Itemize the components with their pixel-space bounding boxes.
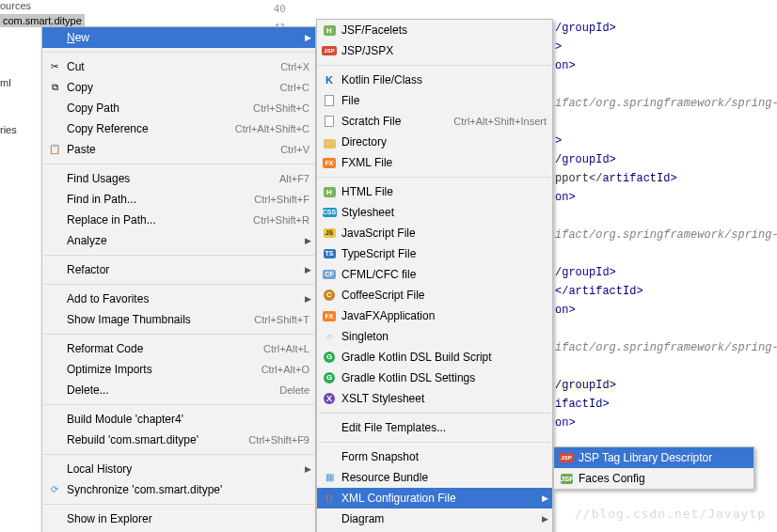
menu-copy-reference[interactable]: Copy ReferenceCtrl+Alt+Shift+C bbox=[42, 118, 315, 139]
ts-file-icon: TS bbox=[322, 246, 337, 261]
menu-synchronize[interactable]: ⟳Synchronize 'com.smart.ditype' bbox=[42, 479, 315, 500]
menu-copy-path[interactable]: Copy PathCtrl+Shift+C bbox=[42, 98, 315, 118]
menu-build-module[interactable]: Build Module 'chapter4' bbox=[42, 409, 315, 430]
menu-replace-in-path[interactable]: Replace in Path...Ctrl+Shift+R bbox=[42, 210, 315, 230]
menu-xml-configuration-file[interactable]: ⟨⟩XML Configuration File▶ bbox=[317, 488, 552, 509]
menu-gradle-kotlin-settings[interactable]: GGradle Kotlin DSL Settings bbox=[317, 368, 552, 388]
submenu-arrow-icon: ▶ bbox=[542, 488, 548, 509]
side-text-1: ml bbox=[0, 77, 11, 88]
menu-file[interactable]: File bbox=[317, 90, 552, 111]
menu-kotlin-file[interactable]: KKotlin File/Class bbox=[317, 70, 552, 90]
javafx-icon: FX bbox=[322, 308, 337, 323]
xslt-icon: X bbox=[322, 391, 337, 406]
menu-directory[interactable]: Directory bbox=[317, 132, 552, 152]
menu-coffeescript-file[interactable]: CCoffeeScript File bbox=[317, 285, 552, 305]
context-menu[interactable]: New▶ ✂CutCtrl+X ⧉CopyCtrl+C Copy PathCtr… bbox=[41, 26, 316, 532]
menu-resource-bundle[interactable]: ▦Resource Bundle bbox=[317, 467, 552, 488]
submenu-arrow-icon: ▶ bbox=[305, 289, 311, 309]
menu-add-favorites[interactable]: Add to Favorites▶ bbox=[42, 289, 315, 309]
gutter-line-40: 40 bbox=[263, 0, 286, 19]
menu-refactor[interactable]: Refactor▶ bbox=[42, 259, 315, 280]
menu-paste[interactable]: 📋PasteCtrl+V bbox=[42, 139, 315, 160]
menu-html-file[interactable]: HHTML File bbox=[317, 181, 552, 202]
menu-jsp[interactable]: JSPJSP/JSPX bbox=[317, 40, 552, 61]
menu-singleton[interactable]: ○Singleton bbox=[317, 326, 552, 347]
menu-form-snapshot[interactable]: Form Snapshot bbox=[317, 446, 552, 467]
menu-typescript-file[interactable]: TSTypeScript File bbox=[317, 243, 552, 264]
editor-code-background: /groupId> > on> ifact/org.springframewor… bbox=[555, 0, 777, 432]
submenu-arrow-icon: ▶ bbox=[305, 230, 311, 251]
copy-icon: ⧉ bbox=[47, 80, 62, 95]
submenu-xml-config[interactable]: JSPJSP Tag Library Descriptor JSFFaces C… bbox=[553, 446, 754, 490]
cfml-file-icon: CF bbox=[322, 267, 337, 282]
jsp-file-icon: JSP bbox=[559, 450, 574, 465]
folder-icon bbox=[322, 134, 337, 149]
menu-delete[interactable]: Delete...Delete bbox=[42, 380, 315, 400]
menu-optimize-imports[interactable]: Optimize ImportsCtrl+Alt+O bbox=[42, 359, 315, 380]
sync-icon: ⟳ bbox=[47, 482, 62, 497]
submenu-arrow-icon: ▶ bbox=[542, 509, 548, 529]
jsp-file-icon: JSP bbox=[322, 43, 337, 58]
menu-new[interactable]: New▶ bbox=[42, 27, 315, 48]
submenu-arrow-icon: ▶ bbox=[305, 459, 311, 479]
cut-icon: ✂ bbox=[47, 59, 62, 74]
gradle-icon: G bbox=[322, 370, 337, 385]
js-file-icon: JS bbox=[322, 226, 337, 241]
menu-javascript-file[interactable]: JSJavaScript File bbox=[317, 223, 552, 243]
menu-cut[interactable]: ✂CutCtrl+X bbox=[42, 56, 315, 77]
submenu-arrow-icon: ▶ bbox=[305, 259, 311, 280]
html-file-icon: H bbox=[322, 184, 337, 199]
menu-javafx-application[interactable]: FXJavaFXApplication bbox=[317, 305, 552, 326]
menu-rebuild[interactable]: Rebuild 'com.smart.ditype'Ctrl+Shift+F9 bbox=[42, 430, 315, 450]
file-icon bbox=[322, 93, 337, 108]
menu-show-thumbnails[interactable]: Show Image ThumbnailsCtrl+Shift+T bbox=[42, 309, 315, 330]
menu-xslt-stylesheet[interactable]: XXSLT Stylesheet bbox=[317, 388, 552, 409]
menu-diagram[interactable]: Diagram▶ bbox=[317, 509, 552, 529]
menu-scratch-file[interactable]: Scratch FileCtrl+Alt+Shift+Insert bbox=[317, 111, 552, 132]
menu-local-history[interactable]: Local History▶ bbox=[42, 459, 315, 479]
menu-analyze[interactable]: Analyze▶ bbox=[42, 230, 315, 251]
menu-faces-config[interactable]: JSFFaces Config bbox=[554, 468, 753, 489]
submenu-arrow-icon: ▶ bbox=[305, 27, 311, 48]
jsf-file-icon: JSF bbox=[559, 471, 574, 486]
menu-edit-file-templates[interactable]: Edit File Templates... bbox=[317, 417, 552, 438]
kotlin-icon: K bbox=[322, 72, 337, 87]
menu-jsp-tld[interactable]: JSPJSP Tag Library Descriptor bbox=[554, 447, 753, 468]
side-text-2: ries bbox=[0, 124, 17, 135]
coffeescript-icon: C bbox=[322, 288, 337, 303]
menu-find-usages[interactable]: Find UsagesAlt+F7 bbox=[42, 168, 315, 189]
paste-icon: 📋 bbox=[47, 142, 62, 157]
fxml-icon: FX bbox=[322, 155, 337, 170]
menu-reformat-code[interactable]: Reformat CodeCtrl+Alt+L bbox=[42, 338, 315, 359]
html-file-icon: H bbox=[322, 23, 337, 38]
menu-find-in-path[interactable]: Find in Path...Ctrl+Shift+F bbox=[42, 189, 315, 210]
submenu-new[interactable]: HJSF/Facelets JSPJSP/JSPX KKotlin File/C… bbox=[316, 19, 553, 532]
bundle-icon: ▦ bbox=[322, 470, 337, 485]
scratch-file-icon bbox=[322, 114, 337, 129]
watermark: //blog.csdn.net/Javaytp bbox=[575, 507, 766, 521]
selected-package[interactable]: com.smart.ditype bbox=[0, 14, 85, 27]
tree-root-label: ources bbox=[0, 0, 31, 11]
menu-gradle-kotlin-build[interactable]: GGradle Kotlin DSL Build Script bbox=[317, 347, 552, 368]
css-file-icon: CSS bbox=[322, 205, 337, 220]
xml-icon: ⟨⟩ bbox=[322, 491, 337, 506]
menu-stylesheet[interactable]: CSSStylesheet bbox=[317, 202, 552, 223]
menu-jsf-facelets[interactable]: HJSF/Facelets bbox=[317, 20, 552, 40]
singleton-icon: ○ bbox=[322, 329, 337, 344]
menu-copy[interactable]: ⧉CopyCtrl+C bbox=[42, 77, 315, 98]
menu-fxml-file[interactable]: FXFXML File bbox=[317, 152, 552, 173]
gradle-icon: G bbox=[322, 350, 337, 365]
menu-cfml-file[interactable]: CFCFML/CFC file bbox=[317, 264, 552, 285]
menu-show-explorer[interactable]: Show in Explorer bbox=[42, 509, 315, 529]
